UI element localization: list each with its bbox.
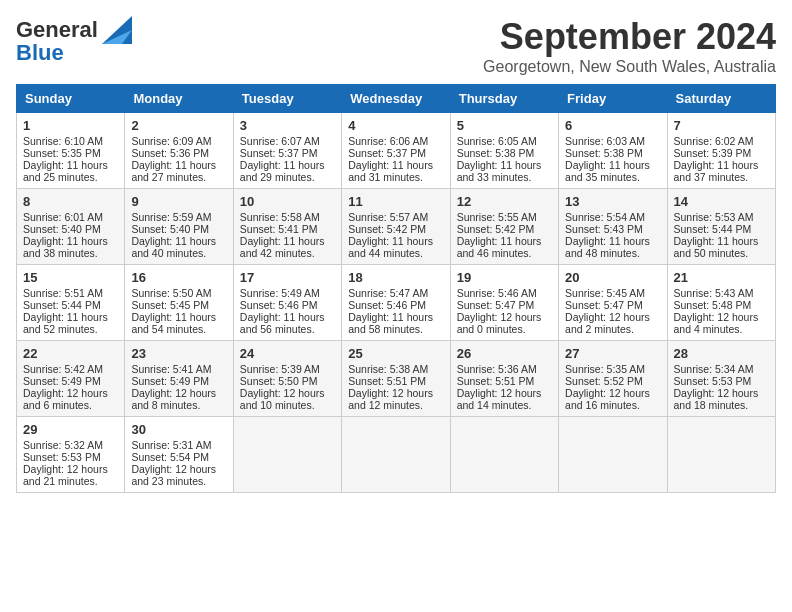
daylight-text: Daylight: 12 hours and 16 minutes. — [565, 387, 650, 411]
calendar-cell: 23 Sunrise: 5:41 AM Sunset: 5:49 PM Dayl… — [125, 341, 233, 417]
page-header: General Blue September 2024 Georgetown, … — [16, 16, 776, 76]
calendar-cell: 8 Sunrise: 6:01 AM Sunset: 5:40 PM Dayli… — [17, 189, 125, 265]
sunset-text: Sunset: 5:53 PM — [23, 451, 101, 463]
sunset-text: Sunset: 5:38 PM — [565, 147, 643, 159]
sunrise-text: Sunrise: 5:59 AM — [131, 211, 211, 223]
sunrise-text: Sunrise: 5:54 AM — [565, 211, 645, 223]
sunset-text: Sunset: 5:37 PM — [348, 147, 426, 159]
day-number: 3 — [240, 118, 335, 133]
daylight-text: Daylight: 11 hours and 56 minutes. — [240, 311, 325, 335]
daylight-text: Daylight: 11 hours and 33 minutes. — [457, 159, 542, 183]
calendar-cell: 11 Sunrise: 5:57 AM Sunset: 5:42 PM Dayl… — [342, 189, 450, 265]
day-header-monday: Monday — [125, 85, 233, 113]
logo-blue: Blue — [16, 40, 64, 66]
sunrise-text: Sunrise: 5:32 AM — [23, 439, 103, 451]
day-number: 22 — [23, 346, 118, 361]
sunrise-text: Sunrise: 5:51 AM — [23, 287, 103, 299]
day-number: 27 — [565, 346, 660, 361]
day-number: 23 — [131, 346, 226, 361]
sunrise-text: Sunrise: 6:10 AM — [23, 135, 103, 147]
daylight-text: Daylight: 11 hours and 54 minutes. — [131, 311, 216, 335]
calendar-week-row: 15 Sunrise: 5:51 AM Sunset: 5:44 PM Dayl… — [17, 265, 776, 341]
calendar-week-row: 8 Sunrise: 6:01 AM Sunset: 5:40 PM Dayli… — [17, 189, 776, 265]
calendar-cell: 30 Sunrise: 5:31 AM Sunset: 5:54 PM Dayl… — [125, 417, 233, 493]
day-number: 13 — [565, 194, 660, 209]
sunset-text: Sunset: 5:47 PM — [457, 299, 535, 311]
day-number: 26 — [457, 346, 552, 361]
logo-general: General — [16, 17, 98, 42]
sunset-text: Sunset: 5:44 PM — [23, 299, 101, 311]
calendar-cell: 19 Sunrise: 5:46 AM Sunset: 5:47 PM Dayl… — [450, 265, 558, 341]
daylight-text: Daylight: 12 hours and 2 minutes. — [565, 311, 650, 335]
sunrise-text: Sunrise: 5:35 AM — [565, 363, 645, 375]
calendar-cell — [233, 417, 341, 493]
month-title: September 2024 — [483, 16, 776, 58]
day-header-tuesday: Tuesday — [233, 85, 341, 113]
sunset-text: Sunset: 5:41 PM — [240, 223, 318, 235]
calendar-cell: 18 Sunrise: 5:47 AM Sunset: 5:46 PM Dayl… — [342, 265, 450, 341]
sunrise-text: Sunrise: 5:49 AM — [240, 287, 320, 299]
day-number: 25 — [348, 346, 443, 361]
sunrise-text: Sunrise: 5:45 AM — [565, 287, 645, 299]
calendar-cell: 27 Sunrise: 5:35 AM Sunset: 5:52 PM Dayl… — [559, 341, 667, 417]
day-number: 30 — [131, 422, 226, 437]
day-number: 21 — [674, 270, 769, 285]
daylight-text: Daylight: 12 hours and 10 minutes. — [240, 387, 325, 411]
logo: General Blue — [16, 16, 132, 66]
calendar-cell: 24 Sunrise: 5:39 AM Sunset: 5:50 PM Dayl… — [233, 341, 341, 417]
sunset-text: Sunset: 5:37 PM — [240, 147, 318, 159]
daylight-text: Daylight: 11 hours and 25 minutes. — [23, 159, 108, 183]
sunrise-text: Sunrise: 6:03 AM — [565, 135, 645, 147]
sunrise-text: Sunrise: 5:36 AM — [457, 363, 537, 375]
day-number: 12 — [457, 194, 552, 209]
sunrise-text: Sunrise: 5:53 AM — [674, 211, 754, 223]
day-number: 8 — [23, 194, 118, 209]
sunset-text: Sunset: 5:49 PM — [131, 375, 209, 387]
calendar-cell: 12 Sunrise: 5:55 AM Sunset: 5:42 PM Dayl… — [450, 189, 558, 265]
sunrise-text: Sunrise: 6:07 AM — [240, 135, 320, 147]
calendar-cell: 16 Sunrise: 5:50 AM Sunset: 5:45 PM Dayl… — [125, 265, 233, 341]
daylight-text: Daylight: 11 hours and 31 minutes. — [348, 159, 433, 183]
calendar-cell: 1 Sunrise: 6:10 AM Sunset: 5:35 PM Dayli… — [17, 113, 125, 189]
calendar-cell: 10 Sunrise: 5:58 AM Sunset: 5:41 PM Dayl… — [233, 189, 341, 265]
sunrise-text: Sunrise: 5:50 AM — [131, 287, 211, 299]
day-number: 7 — [674, 118, 769, 133]
daylight-text: Daylight: 11 hours and 37 minutes. — [674, 159, 759, 183]
logo-icon — [102, 16, 132, 44]
day-number: 16 — [131, 270, 226, 285]
calendar-cell: 5 Sunrise: 6:05 AM Sunset: 5:38 PM Dayli… — [450, 113, 558, 189]
day-number: 28 — [674, 346, 769, 361]
sunset-text: Sunset: 5:35 PM — [23, 147, 101, 159]
sunrise-text: Sunrise: 5:34 AM — [674, 363, 754, 375]
calendar-cell: 26 Sunrise: 5:36 AM Sunset: 5:51 PM Dayl… — [450, 341, 558, 417]
daylight-text: Daylight: 11 hours and 40 minutes. — [131, 235, 216, 259]
sunrise-text: Sunrise: 6:02 AM — [674, 135, 754, 147]
calendar-week-row: 22 Sunrise: 5:42 AM Sunset: 5:49 PM Dayl… — [17, 341, 776, 417]
calendar-cell: 29 Sunrise: 5:32 AM Sunset: 5:53 PM Dayl… — [17, 417, 125, 493]
sunrise-text: Sunrise: 5:58 AM — [240, 211, 320, 223]
day-number: 14 — [674, 194, 769, 209]
day-number: 29 — [23, 422, 118, 437]
sunset-text: Sunset: 5:39 PM — [674, 147, 752, 159]
sunrise-text: Sunrise: 5:41 AM — [131, 363, 211, 375]
sunrise-text: Sunrise: 5:47 AM — [348, 287, 428, 299]
sunrise-text: Sunrise: 6:05 AM — [457, 135, 537, 147]
daylight-text: Daylight: 11 hours and 35 minutes. — [565, 159, 650, 183]
calendar-cell — [667, 417, 775, 493]
calendar-cell: 2 Sunrise: 6:09 AM Sunset: 5:36 PM Dayli… — [125, 113, 233, 189]
sunrise-text: Sunrise: 5:38 AM — [348, 363, 428, 375]
sunset-text: Sunset: 5:53 PM — [674, 375, 752, 387]
sunset-text: Sunset: 5:46 PM — [348, 299, 426, 311]
sunrise-text: Sunrise: 5:55 AM — [457, 211, 537, 223]
calendar-cell — [559, 417, 667, 493]
daylight-text: Daylight: 12 hours and 14 minutes. — [457, 387, 542, 411]
calendar-cell: 28 Sunrise: 5:34 AM Sunset: 5:53 PM Dayl… — [667, 341, 775, 417]
day-number: 9 — [131, 194, 226, 209]
sunrise-text: Sunrise: 5:43 AM — [674, 287, 754, 299]
calendar-cell: 6 Sunrise: 6:03 AM Sunset: 5:38 PM Dayli… — [559, 113, 667, 189]
sunset-text: Sunset: 5:43 PM — [565, 223, 643, 235]
day-number: 2 — [131, 118, 226, 133]
calendar-cell — [450, 417, 558, 493]
calendar-week-row: 1 Sunrise: 6:10 AM Sunset: 5:35 PM Dayli… — [17, 113, 776, 189]
day-number: 4 — [348, 118, 443, 133]
